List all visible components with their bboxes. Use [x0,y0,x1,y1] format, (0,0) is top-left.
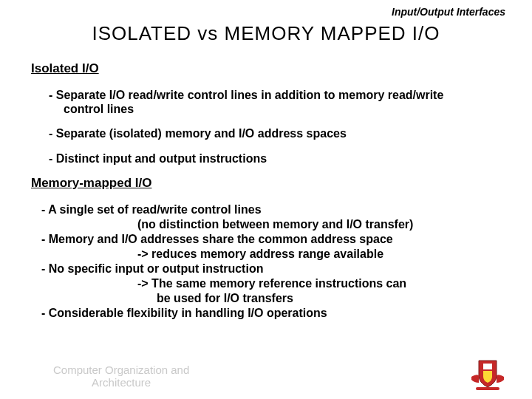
crest-logo [466,356,510,392]
isolated-point-2: - Separate (isolated) memory and I/O add… [49,126,505,140]
crest-icon [466,356,510,392]
mm-line-6: -> The same memory reference instruction… [137,276,505,291]
mm-line-4: -> reduces memory address range availabl… [137,247,505,262]
footer-line-2: Architecture [53,377,189,389]
svg-rect-1 [476,387,499,390]
mm-line-7: be used for I/O transfers [157,291,505,306]
isolated-point-1-line1: - Separate I/O read/write control lines … [49,89,443,101]
mm-line-3: - Memory and I/O addresses share the com… [41,232,505,247]
isolated-point-1-line2: control lines [64,102,505,116]
memory-mapped-heading: Memory-mapped I/O [31,176,532,191]
mm-line-1: - A single set of read/write control lin… [41,202,505,217]
mm-line-2: (no distinction between memory and I/O t… [137,217,505,232]
slide-title: ISOLATED vs MEMORY MAPPED I/O [0,22,532,45]
mm-line-8: - Considerable flexibility in handling I… [41,306,505,321]
slide-topic-header: Input/Output Interfaces [0,0,532,18]
svg-rect-0 [483,364,492,369]
slide-footer: Computer Organization and Architecture [53,364,189,389]
memory-mapped-body: - A single set of read/write control lin… [41,202,505,321]
isolated-point-3: - Distinct input and output instructions [49,151,505,166]
mm-line-5: - No specific input or output instructio… [41,262,505,276]
footer-line-1: Computer Organization and [53,364,189,377]
isolated-point-1: - Separate I/O read/write control lines … [49,88,505,116]
isolated-heading: Isolated I/O [31,61,532,76]
